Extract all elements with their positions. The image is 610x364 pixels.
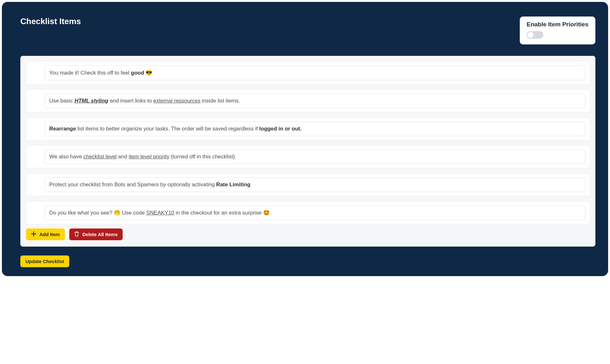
enable-priorities-label: Enable Item Priorities	[527, 21, 588, 28]
checklist-item-input[interactable]: Rearrange list items to better organize …	[44, 122, 585, 136]
page-title: Checklist Items	[20, 17, 81, 26]
toggle-knob	[527, 32, 534, 38]
enable-priorities-card: Enable Item Priorities	[520, 17, 595, 44]
checklist-item-input[interactable]: Protect your checklist from Bots and Spa…	[44, 177, 585, 192]
add-item-button[interactable]: Add Item	[26, 228, 65, 240]
checklist-item[interactable]: Use basic HTML styling and insert links …	[26, 90, 590, 112]
plus-icon	[31, 231, 36, 237]
checklist-item-input[interactable]: You made it! Check this off to feel good…	[44, 65, 585, 80]
checklist-item-input[interactable]: Use basic HTML styling and insert links …	[44, 94, 585, 108]
checklist-item[interactable]: Do you like what you see? 🤭 Use code SNE…	[26, 202, 590, 224]
add-item-label: Add Item	[39, 232, 60, 237]
checklist-items-container: You made it! Check this off to feel good…	[20, 56, 595, 247]
checklist-item-input[interactable]: Do you like what you see? 🤭 Use code SNE…	[44, 205, 585, 220]
checklist-item[interactable]: We also have checklist level and item le…	[26, 146, 590, 168]
trash-icon	[74, 231, 79, 237]
checklist-item[interactable]: Rearrange list items to better organize …	[26, 118, 590, 140]
checklist-item[interactable]: Protect your checklist from Bots and Spa…	[26, 174, 590, 196]
checklist-item-input[interactable]: We also have checklist level and item le…	[44, 149, 585, 164]
checklist-editor-panel: Checklist Items Enable Item Priorities Y…	[2, 2, 608, 276]
checklist-item[interactable]: You made it! Check this off to feel good…	[26, 62, 590, 84]
update-checklist-button[interactable]: Update Checklist	[20, 255, 69, 267]
delete-all-items-button[interactable]: Delete All Items	[69, 228, 123, 240]
delete-all-items-label: Delete All Items	[82, 232, 118, 237]
enable-priorities-toggle[interactable]	[527, 31, 543, 39]
